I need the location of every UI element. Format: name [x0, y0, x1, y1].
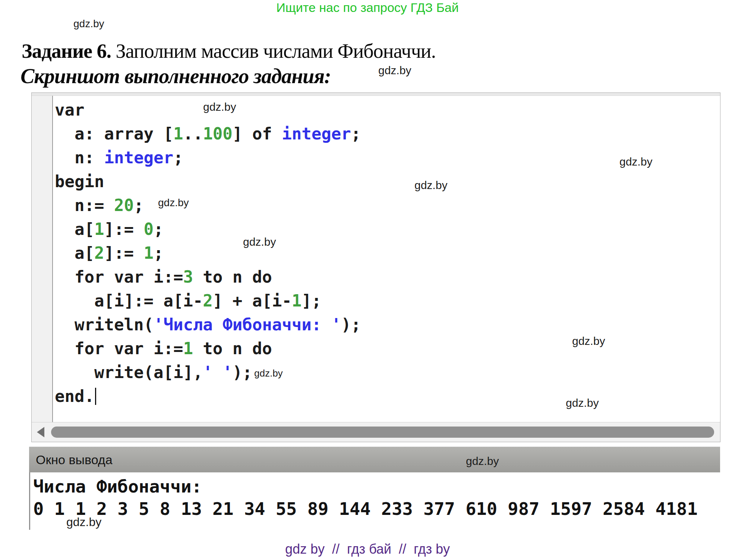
- task-text: Заполним массив числами Фибоначчи.: [111, 40, 436, 62]
- gdz-watermark: gdz.by: [203, 101, 236, 113]
- output-line: 0 1 1 2 3 5 8 13 21 34 55 89 144 233 377…: [33, 498, 720, 520]
- gdz-watermark: gdz.by: [158, 197, 189, 209]
- editor-top-strip: [32, 93, 720, 96]
- text-cursor: [95, 388, 96, 405]
- promo-banner: Ищите нас по запросу ГДЗ Бай: [0, 0, 735, 15]
- gdz-watermark: gdz.by: [566, 397, 599, 409]
- footer-watermark: gdz by // гдз бай // гдз by: [0, 541, 735, 557]
- code-line: a[i]:= a[i-2] + a[i-1];: [55, 289, 719, 313]
- editor-gutter: [32, 96, 53, 423]
- code-line: writeln('Числа Фибоначчи: ');: [55, 313, 719, 337]
- code-line: end.: [55, 384, 719, 408]
- gdz-watermark: gdz.by: [73, 18, 104, 30]
- gdz-watermark: gdz.by: [572, 335, 605, 347]
- code-editor-window: var a: array [1..100] of integer; n: int…: [31, 92, 720, 442]
- scroll-left-arrow-icon[interactable]: [37, 427, 44, 437]
- task-heading: Задание 6. Заполним массив числами Фибон…: [22, 40, 436, 63]
- code-line: a[2]:= 1;: [55, 241, 719, 265]
- code-line: for var i:=3 to n do: [55, 265, 719, 289]
- worksheet-page: { "banner": { "text": "Ищите нас по запр…: [0, 0, 735, 560]
- code-line: begin: [55, 170, 719, 194]
- gdz-watermark: gdz.by: [414, 179, 447, 192]
- scrollbar-thumb[interactable]: [51, 427, 714, 438]
- output-window-panel: Числа Фибоначчи:0 1 1 2 3 5 8 13 21 34 5…: [29, 472, 720, 530]
- output-window-titlebar: Окно вывода: [29, 447, 720, 472]
- code-line: a[1]:= 0;: [55, 217, 719, 241]
- gdz-watermark: gdz.by: [466, 455, 499, 468]
- code-line: for var i:=1 to n do: [55, 337, 719, 361]
- code-line: write(a[i],' ');: [55, 361, 719, 384]
- screenshot-subtitle: Скриншот выполненного задания:: [20, 64, 331, 88]
- code-line: n:= 20;: [55, 194, 719, 217]
- task-number-label: Задание 6.: [22, 40, 111, 62]
- gdz-watermark: gdz.by: [66, 515, 101, 529]
- gdz-watermark: gdz.by: [243, 236, 276, 248]
- output-window-title: Окно вывода: [36, 453, 113, 467]
- gdz-watermark: gdz.by: [378, 64, 411, 77]
- gdz-watermark: gdz.by: [619, 155, 652, 168]
- code-line: var: [55, 98, 719, 122]
- horizontal-scrollbar[interactable]: [32, 422, 720, 442]
- code-line: a: array [1..100] of integer;: [55, 122, 719, 146]
- code-text-area[interactable]: var a: array [1..100] of integer; n: int…: [55, 96, 719, 425]
- gdz-watermark: gdz.by: [254, 368, 283, 379]
- output-text: Числа Фибоначчи:0 1 1 2 3 5 8 13 21 34 5…: [30, 472, 720, 520]
- output-line: Числа Фибоначчи:: [33, 475, 720, 498]
